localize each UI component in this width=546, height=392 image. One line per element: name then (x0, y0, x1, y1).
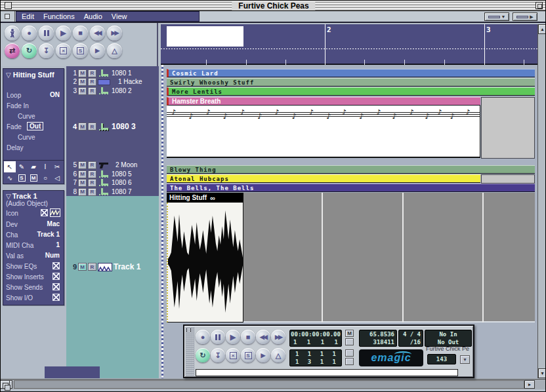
scissors-tool[interactable]: ✂ (51, 161, 63, 172)
solo-tool[interactable]: S (16, 172, 28, 184)
zoom-vertical-control[interactable]: ▶ (513, 12, 537, 21)
mute-button[interactable]: M (78, 123, 87, 130)
position-slider[interactable] (196, 369, 458, 376)
delay-label[interactable]: Delay (7, 144, 24, 151)
audio-track-lane[interactable] (243, 193, 535, 323)
region-atonal-hubcaps[interactable]: Atonal Hubcaps (167, 174, 480, 183)
scrollbar-track[interactable] (14, 380, 524, 389)
tempo-display[interactable]: 65.8536 318411 (359, 330, 397, 347)
bar-ruler[interactable]: 1 2 3 (161, 24, 537, 65)
transport-rewind-button[interactable]: ◀◀ (256, 330, 270, 344)
transport-record-button[interactable]: ● (196, 330, 210, 344)
cycle-region[interactable] (167, 26, 243, 47)
transport-stop-button[interactable]: ■ (241, 330, 255, 344)
window-gadget[interactable] (1, 11, 15, 22)
transport-sync-button[interactable]: ▶ (256, 348, 270, 363)
loop-value[interactable]: ON (50, 91, 60, 98)
track-row[interactable]: 3 M R 1080 2 (66, 87, 159, 95)
show-io-checkbox[interactable] (52, 294, 60, 301)
show-inserts-checkbox[interactable] (52, 273, 60, 280)
region-the-bells[interactable]: The Bells, The Bells (167, 184, 535, 192)
smpte-display[interactable]: 00:00:00:00.00 1 1 1 1 (289, 330, 342, 347)
region-cosmic-lard[interactable]: Cosmic Lard (167, 69, 535, 77)
disclosure-triangle-icon[interactable]: ▽ (6, 71, 11, 79)
midi-cha-value[interactable]: 1 (56, 241, 60, 248)
menu-view[interactable]: View (112, 12, 127, 20)
disclosure-triangle-icon[interactable]: ▽ (6, 193, 11, 200)
text-tool[interactable]: I (39, 161, 51, 172)
transport-autodrop-button[interactable]: ↧ (211, 348, 225, 363)
scroll-right-button[interactable]: ▸ (524, 380, 535, 389)
region-hamster-breath[interactable]: Hamster Breath (167, 97, 480, 106)
vertical-scrollbar[interactable]: ▴ ▾ (537, 24, 546, 378)
autodrop-button[interactable]: ↧ (39, 43, 54, 58)
menu-functions[interactable]: Functions (43, 12, 75, 20)
transport-play-button[interactable]: ▶ (226, 330, 240, 344)
record-button[interactable]: R (88, 161, 96, 169)
crossfade-tool[interactable]: ◁ (51, 172, 63, 184)
track-row[interactable]: 8 M R 1080 7 (66, 187, 159, 196)
pointer-tool[interactable]: ↖ (4, 161, 16, 172)
transport-pause-button[interactable] (211, 330, 225, 344)
rewind-button[interactable]: ◀◀ (90, 26, 105, 41)
forward-button[interactable]: ▶▶ (107, 26, 122, 41)
record-button[interactable]: R (88, 123, 96, 130)
record-button[interactable]: R (88, 179, 96, 187)
dev-value[interactable]: Mac (47, 220, 60, 227)
track-icon-preview[interactable] (50, 208, 60, 217)
scroll-up-button[interactable]: ▴ (538, 24, 546, 34)
eraser-tool[interactable]: ▰ (28, 161, 39, 172)
cha-value[interactable]: Track 1 (37, 231, 60, 238)
record-button[interactable]: R (88, 170, 96, 178)
mute-button[interactable]: M (78, 263, 87, 271)
mute-button[interactable]: M (78, 170, 87, 178)
transport-window[interactable]: ● ▶ ■ ◀◀ ▶▶ ↻ ↧ × S ▶ △ 00:00:00:00.00 1… (183, 324, 474, 378)
mute-button[interactable]: M (78, 69, 87, 77)
stop-button[interactable]: ■ (73, 26, 88, 41)
menu-edit[interactable]: Edit (22, 12, 34, 20)
monitor-button[interactable] (345, 349, 354, 357)
pause-button[interactable] (39, 26, 54, 41)
score-display[interactable]: ♪♪♪♪♪♪♪♪♪♪♪♪♪♪♪♪♪♪♪ (167, 106, 480, 158)
metronome-button[interactable]: △ (107, 43, 122, 58)
resize-corner[interactable] (0, 380, 10, 389)
track-row[interactable]: 6 M R 1080 5 (66, 170, 159, 178)
sync-button[interactable]: ▶ (90, 43, 105, 58)
mute-button[interactable]: M (78, 179, 87, 187)
icon-checkbox[interactable] (41, 209, 48, 216)
track-row-selected[interactable]: 9 M R Track 1 (66, 262, 159, 272)
mute-button[interactable]: M (78, 188, 87, 196)
transport-forward-button[interactable]: ▶▶ (271, 330, 285, 344)
scroll-down-button[interactable]: ▾ (538, 368, 546, 378)
curve-label[interactable]: Curve (18, 113, 35, 120)
track-row[interactable]: 2 M R 1 Hacke (66, 77, 159, 86)
record-button[interactable]: R (88, 69, 96, 77)
record-button[interactable]: R (88, 87, 96, 95)
audio-waveform-region[interactable] (167, 203, 243, 323)
monitor-button[interactable] (345, 338, 354, 345)
track-row[interactable]: 1 M R 1080 1 (66, 69, 159, 77)
fade-out-value[interactable]: Out (27, 122, 43, 130)
collapse-box-icon[interactable] (536, 2, 543, 9)
midi-io-display[interactable]: No In No Out (425, 330, 472, 347)
midi-monitor-button[interactable]: M (345, 330, 354, 337)
track-row-selected[interactable]: 4 M R 1080 3 (66, 121, 159, 132)
signature-display[interactable]: 4 / 4 /16 (398, 330, 423, 347)
play-button[interactable]: ▶ (56, 26, 71, 41)
show-eqs-checkbox[interactable] (52, 262, 60, 269)
region-hitting-stuff[interactable]: Hitting Stuff ∞ (167, 193, 243, 203)
track-row[interactable]: 7 M R 1080 6 (66, 178, 159, 187)
val-as-value[interactable]: Num (45, 252, 60, 259)
mute-button[interactable]: M (78, 78, 87, 86)
song-position-line[interactable] (161, 65, 163, 378)
transport-cancel-button[interactable]: × (226, 348, 240, 363)
record-button[interactable]: R (88, 78, 96, 86)
record-button[interactable]: R (88, 263, 96, 271)
region-blowy-thing[interactable]: Blowy Thing (167, 165, 535, 174)
menu-audio[interactable]: Audio (84, 12, 102, 20)
mute-button[interactable]: M (78, 87, 87, 95)
glue-tool[interactable]: ∿ (4, 172, 16, 184)
region-swirly-whooshy-stuff[interactable]: Swirly Whooshy Stuff (167, 78, 535, 87)
zoom-horizontal-control[interactable]: ▼ (484, 12, 509, 21)
region-more-lentils[interactable]: More Lentils (167, 87, 535, 96)
